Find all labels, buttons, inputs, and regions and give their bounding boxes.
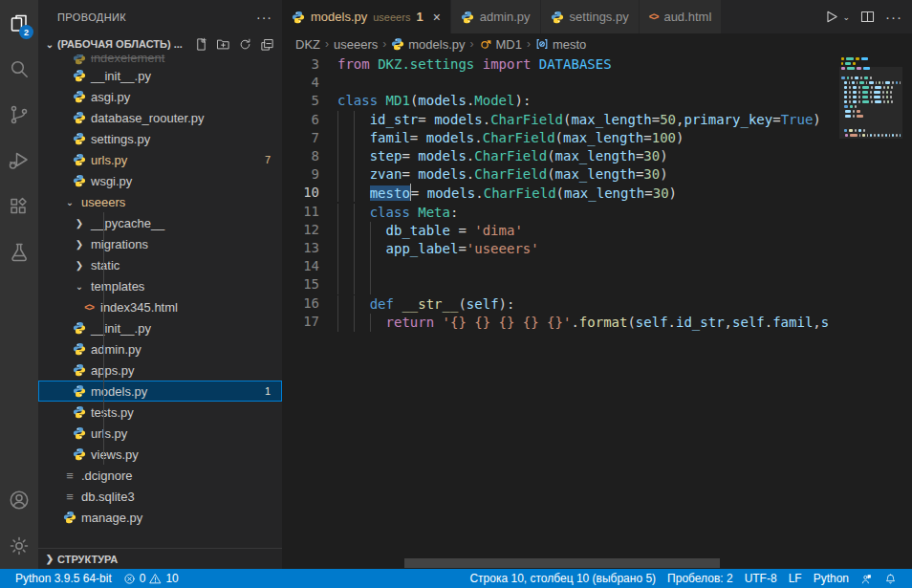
tree-folder-static[interactable]: ❯static (38, 254, 282, 275)
collapse-all-button[interactable] (260, 37, 274, 52)
activity-search-button[interactable] (0, 46, 38, 92)
code-token: = (772, 112, 780, 127)
tab-aud-html[interactable]: <>aud.html (640, 0, 723, 33)
tree-file-database-roouter-py[interactable]: database_roouter.py (38, 107, 282, 128)
close-icon[interactable]: × (433, 10, 441, 25)
status-language-mode[interactable]: Python (808, 569, 855, 588)
indent-guide (354, 204, 370, 222)
status-indentation[interactable]: Пробелов: 2 (662, 569, 739, 588)
breadcrumb-item-models-py[interactable]: models.py (391, 37, 465, 52)
indent-guide (354, 147, 370, 165)
tree-file-admin-py[interactable]: admin.py (38, 338, 282, 359)
tree-item-label: index345.html (100, 300, 178, 315)
tree-file-apps-py[interactable]: apps.py (38, 359, 282, 381)
tree-folder-useeers[interactable]: ⌄useeers (38, 191, 282, 212)
tab-label: settings.py (570, 10, 629, 24)
code-token: ( (627, 315, 635, 330)
explorer-title: ПРОВОДНИК (57, 11, 256, 23)
tree-file--dcignore[interactable]: ≡.dcignore (38, 465, 282, 486)
activity-run-debug-button[interactable] (0, 138, 38, 184)
tree-item-label: __init__.py (91, 69, 151, 83)
python-file-icon (71, 342, 88, 356)
minimap-slider[interactable] (839, 67, 902, 139)
tree-file-settings-py[interactable]: settings.py (38, 128, 282, 149)
code-token: primary_key (684, 112, 772, 127)
tree-file-asgi-py[interactable]: asgi.py (38, 86, 282, 107)
tree-folder-templates[interactable]: ⌄templates (38, 275, 282, 296)
breadcrumb-item-useeers[interactable]: useeers (334, 37, 378, 52)
editor-more-actions-button[interactable]: ··· (885, 9, 902, 25)
tree-file-urls-py[interactable]: urls.py (38, 423, 282, 444)
tree-item-label: models.py (91, 384, 147, 399)
code-token: ) (669, 185, 677, 201)
breadcrumb-item-mesto[interactable]: mesto (535, 37, 586, 52)
status-feedback[interactable] (855, 569, 879, 588)
code-token: s (821, 315, 829, 330)
code-token: CharField (490, 112, 563, 127)
python-file-icon (61, 511, 78, 524)
tree-file-tests-py[interactable]: tests.py (38, 402, 282, 423)
horizontal-scrollbar[interactable] (404, 558, 720, 568)
minimap[interactable] (839, 54, 912, 569)
minimap-segment (853, 62, 856, 65)
split-editor-button[interactable] (859, 9, 876, 25)
tab-admin-py[interactable]: admin.py (451, 0, 541, 33)
status-problems[interactable]: 010 (118, 569, 185, 588)
code-token: models (418, 166, 467, 182)
status-notifications[interactable] (879, 569, 902, 588)
activity-source-control-button[interactable] (0, 92, 38, 138)
code-token: 30 (643, 148, 660, 163)
explorer-more-actions-button[interactable]: ··· (256, 10, 272, 25)
tree-file-models-py[interactable]: models.py1 (38, 381, 282, 402)
code-editor[interactable]: from DKZ.settings import DATABASES​class… (337, 54, 839, 569)
tree-file-manage-py[interactable]: manage.py (38, 507, 282, 528)
tab-settings-py[interactable]: settings.py (541, 0, 640, 33)
python-file-icon (71, 405, 88, 419)
new-file-button[interactable] (194, 37, 208, 52)
code-token: . (668, 315, 676, 330)
extensions-icon (8, 195, 31, 218)
line-number-gutter: 34567891011121314151617 (282, 54, 337, 569)
tree-file-db-sqlite3[interactable]: ≡db.sqlite3 (38, 486, 282, 507)
tree-file-indexelement[interactable]: indexelement (38, 54, 282, 65)
refresh-button[interactable] (238, 37, 252, 52)
python-file-icon (71, 111, 88, 124)
tree-item-label: admin.py (91, 342, 141, 357)
tab-label: models.py (311, 10, 367, 24)
outline-section-header[interactable]: ❯ СТРУКТУРА (38, 548, 282, 569)
python-file-icon (71, 384, 88, 398)
tree-file-views-py[interactable]: views.py (38, 444, 282, 465)
tree-file-index345-html[interactable]: <>index345.html (38, 296, 282, 317)
tree-file-wsgi-py[interactable]: wsgi.py (38, 170, 282, 191)
breadcrumb-item-dkz[interactable]: DKZ (295, 37, 320, 52)
workspace-section-header[interactable]: ⌄ (РАБОЧАЯ ОБЛАСТЬ) ... (38, 33, 282, 54)
tree-file-urls-py[interactable]: urls.py7 (38, 149, 282, 170)
status-eol[interactable]: LF (783, 569, 808, 588)
new-folder-button[interactable] (216, 37, 230, 52)
activity-explorer-button[interactable]: 2 (0, 0, 38, 46)
line-number: 17 (282, 313, 319, 331)
run-dropdown-chevron-icon[interactable]: ⌄ (842, 12, 850, 22)
tree-item-label: db.sqlite3 (81, 490, 135, 504)
activity-accounts-button[interactable] (0, 477, 38, 523)
code-token: id_str (370, 112, 419, 127)
debug-icon (8, 149, 31, 172)
run-button[interactable] (823, 9, 839, 25)
status-python-version[interactable]: Python 3.9.5 64-bit (10, 569, 118, 588)
tree-file--init-py[interactable]: __init__.py (38, 317, 282, 338)
breadcrumb-item-md1[interactable]: MD1 (479, 37, 522, 52)
tree-folder-migrations[interactable]: ❯migrations (38, 233, 282, 254)
tree-folder--pycache-[interactable]: ❯__pycache__ (38, 212, 282, 233)
code-token: . (474, 130, 482, 145)
activity-settings-button[interactable] (0, 523, 38, 569)
activity-testing-button[interactable] (0, 229, 38, 275)
tab-models-py[interactable]: models.pyuseeers1× (282, 0, 451, 33)
activity-extensions-button[interactable] (0, 184, 38, 229)
indent-guide (337, 111, 354, 129)
status-cursor-position[interactable]: Строка 10, столбец 10 (выбрано 5) (464, 569, 662, 588)
tree-file--init-py[interactable]: __init__.py (38, 65, 282, 86)
html-file-icon: <> (80, 302, 98, 313)
code-token: CharField (474, 166, 547, 182)
code-line-3: from DKZ.settings import DATABASES (337, 55, 839, 74)
status-encoding[interactable]: UTF-8 (739, 569, 783, 588)
